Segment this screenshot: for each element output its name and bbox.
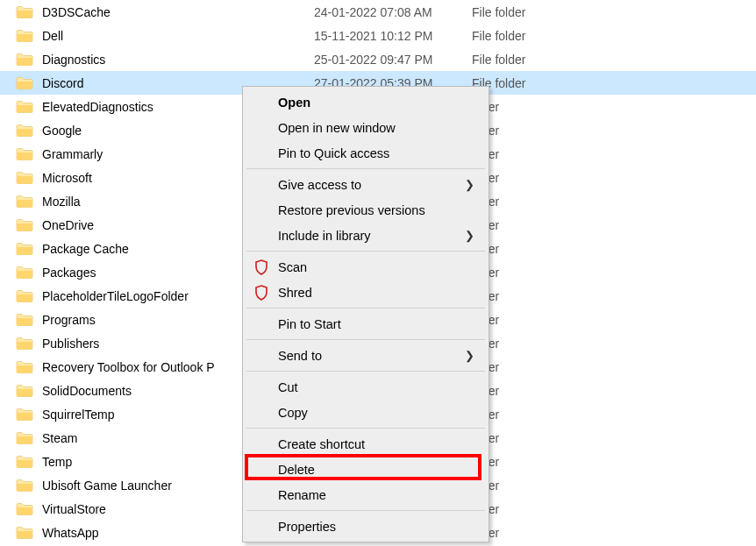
file-type-label: older (472, 124, 603, 138)
file-type-label: older (472, 147, 603, 161)
file-name-label: Microsoft (42, 171, 92, 185)
menu-separator (246, 371, 485, 372)
file-type-label: older (472, 360, 603, 374)
file-date-label: 24-01-2022 07:08 AM (314, 5, 472, 19)
menu-cut[interactable]: Cut (245, 374, 487, 400)
file-type-label: older (472, 242, 603, 256)
file-name-label: Diagnostics (42, 53, 105, 67)
file-type-label: older (472, 408, 603, 422)
menu-open-new-window[interactable]: Open in new window (245, 115, 487, 140)
file-name-cell[interactable]: D3DSCache (16, 5, 314, 19)
shield-icon (253, 285, 269, 301)
file-type-label: File folder (472, 53, 603, 67)
folder-icon (16, 526, 33, 540)
file-name-label: Mozilla (42, 195, 81, 209)
menu-create-shortcut[interactable]: Create shortcut (245, 431, 487, 457)
menu-shred[interactable]: Shred (245, 280, 487, 305)
folder-icon (16, 242, 33, 256)
file-type-label: older (472, 313, 603, 327)
menu-separator (246, 168, 485, 169)
menu-restore-previous-versions[interactable]: Restore previous versions (245, 197, 487, 223)
folder-icon (16, 455, 33, 469)
file-name-cell[interactable]: Dell (16, 29, 314, 43)
folder-icon (16, 147, 33, 161)
file-date-label: 15-11-2021 10:12 PM (314, 29, 472, 43)
file-type-label: older (472, 455, 603, 469)
folder-icon (16, 360, 33, 374)
folder-icon (16, 502, 33, 516)
context-menu: Open Open in new window Pin to Quick acc… (242, 86, 489, 542)
chevron-right-icon: ❯ (465, 178, 474, 191)
file-name-label: Google (42, 124, 82, 138)
file-type-label: File folder (472, 76, 603, 90)
file-name-label: Recovery Toolbox for Outlook P (42, 360, 215, 374)
file-name-label: ElevatedDiagnostics (42, 100, 153, 114)
folder-icon (16, 266, 33, 280)
file-row[interactable]: Dell15-11-2021 10:12 PMFile folder (0, 24, 756, 47)
file-type-label: older (472, 218, 603, 232)
file-name-label: Packages (42, 266, 96, 280)
folder-icon (16, 100, 33, 114)
file-name-label: SquirrelTemp (42, 408, 114, 422)
file-date-label: 25-01-2022 09:47 PM (314, 53, 472, 67)
file-name-label: D3DSCache (42, 5, 111, 19)
file-type-label: older (472, 502, 603, 516)
folder-icon (16, 195, 33, 209)
menu-include-in-library[interactable]: Include in library❯ (245, 223, 487, 248)
menu-pin-to-start[interactable]: Pin to Start (245, 311, 487, 337)
file-row[interactable]: D3DSCache24-01-2022 07:08 AMFile folder (0, 0, 756, 24)
menu-rename[interactable]: Rename (245, 482, 487, 507)
file-name-label: Ubisoft Game Launcher (42, 479, 172, 493)
folder-icon (16, 76, 33, 90)
file-type-label: older (472, 289, 603, 303)
folder-icon (16, 479, 33, 493)
file-type-label: older (472, 100, 603, 114)
folder-icon (16, 289, 33, 303)
menu-separator (246, 510, 485, 511)
folder-icon (16, 431, 33, 445)
file-type-label: File folder (472, 5, 603, 19)
file-name-label: Grammarly (42, 147, 103, 161)
file-name-label: Temp (42, 455, 72, 469)
file-type-label: older (472, 431, 603, 445)
file-name-label: OneDrive (42, 218, 94, 232)
file-name-label: Dell (42, 29, 63, 43)
file-type-label: older (472, 195, 603, 209)
file-type-label: older (472, 337, 603, 351)
folder-icon (16, 313, 33, 327)
menu-scan[interactable]: Scan (245, 254, 487, 280)
menu-send-to[interactable]: Send to❯ (245, 343, 487, 368)
menu-separator (246, 428, 485, 429)
file-name-label: WhatsApp (42, 526, 99, 540)
menu-give-access-to[interactable]: Give access to❯ (245, 172, 487, 197)
file-name-label: SolidDocuments (42, 384, 132, 398)
folder-icon (16, 408, 33, 422)
menu-pin-quick-access[interactable]: Pin to Quick access (245, 140, 487, 166)
file-name-label: PlaceholderTileLogoFolder (42, 289, 189, 303)
chevron-right-icon: ❯ (465, 349, 474, 362)
file-name-label: Package Cache (42, 242, 129, 256)
folder-icon (16, 53, 33, 67)
file-type-label: older (472, 526, 603, 540)
file-type-label: File folder (472, 29, 603, 43)
folder-icon (16, 218, 33, 232)
shield-icon (253, 259, 269, 275)
folder-icon (16, 384, 33, 398)
file-row[interactable]: Diagnostics25-01-2022 09:47 PMFile folde… (0, 47, 756, 71)
menu-separator (246, 308, 485, 308)
menu-properties[interactable]: Properties (245, 514, 487, 539)
file-name-label: VirtualStore (42, 502, 106, 516)
menu-copy[interactable]: Copy (245, 400, 487, 425)
folder-icon (16, 29, 33, 43)
folder-icon (16, 124, 33, 138)
menu-separator (246, 339, 485, 340)
file-name-label: Discord (42, 76, 83, 90)
folder-icon (16, 5, 33, 19)
menu-open[interactable]: Open (245, 89, 487, 115)
file-name-cell[interactable]: Diagnostics (16, 53, 314, 67)
file-type-label: older (472, 266, 603, 280)
file-name-label: Steam (42, 431, 77, 445)
file-type-label: older (472, 384, 603, 398)
menu-separator (246, 251, 485, 252)
menu-delete[interactable]: Delete (245, 457, 487, 482)
